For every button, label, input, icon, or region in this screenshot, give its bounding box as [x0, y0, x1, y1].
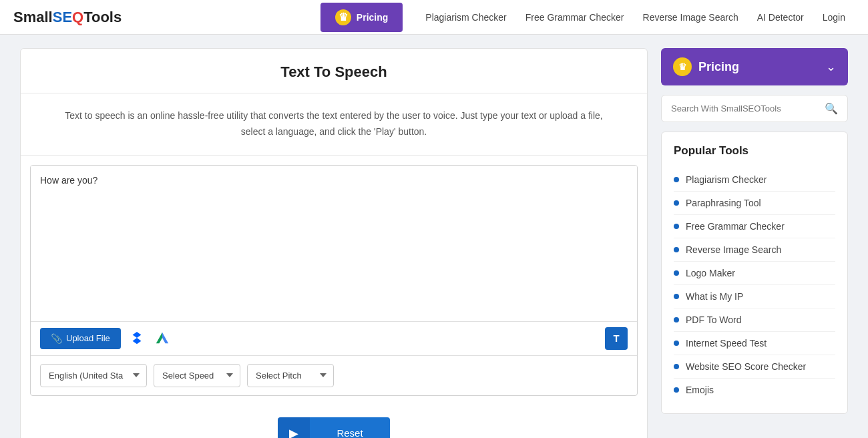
tool-item-free-grammar-checker[interactable]: Free Grammar Checker	[674, 215, 835, 238]
tool-dot-icon	[674, 294, 679, 299]
upload-file-button[interactable]: 📎 Upload File	[40, 328, 121, 349]
tool-dot-icon	[674, 224, 679, 229]
header-nav: ♛ Pricing Plagiarism Checker Free Gramma…	[320, 3, 855, 32]
tool-dot-icon	[674, 200, 679, 206]
search-box: 🔍	[661, 95, 848, 122]
tool-label: Plagiarism Checker	[686, 174, 767, 185]
pricing-panel-title: ♛ Pricing	[673, 57, 739, 76]
crown-icon: ♛	[335, 9, 351, 25]
tool-dot-icon	[674, 317, 679, 322]
logo-seo-text: SE	[53, 9, 72, 26]
dropbox-icon[interactable]	[128, 329, 146, 348]
logo-tools-text: Tools	[83, 9, 122, 26]
controls-bar: English (United Sta Select Speed Select …	[31, 355, 637, 395]
tool-item-logo-maker[interactable]: Logo Maker	[674, 262, 835, 285]
paperclip-icon: 📎	[51, 333, 62, 344]
tool-label: PDF To Word	[686, 314, 742, 325]
svg-marker-1	[156, 332, 162, 343]
svg-marker-0	[132, 332, 141, 344]
action-buttons: ▶ Reset	[21, 405, 647, 438]
sidebar-pricing-title: Pricing	[698, 60, 739, 74]
sidebar: ♛ Pricing ⌄ 🔍 Popular Tools Plagiarism C…	[661, 48, 848, 438]
tool-dot-icon	[674, 247, 679, 252]
sidebar-crown-icon: ♛	[673, 57, 692, 76]
tool-label: Free Grammar Checker	[686, 221, 785, 232]
tool-dot-icon	[674, 387, 679, 393]
tool-item-reverse-image-search[interactable]: Reverse Image Search	[674, 238, 835, 262]
description-area: Text to speech is an online hassle-free …	[21, 93, 647, 156]
language-select[interactable]: English (United Sta	[40, 364, 147, 387]
page-title-bar: Text To Speech	[21, 49, 647, 93]
tool-dot-icon	[674, 364, 679, 369]
pricing-button[interactable]: ♛ Pricing	[320, 3, 403, 32]
pricing-btn-label: Pricing	[357, 12, 388, 23]
logo-q-text: Q	[72, 9, 83, 26]
tool-label: What is My IP	[686, 291, 743, 302]
nav-reverse-image-search[interactable]: Reverse Image Search	[634, 12, 748, 23]
tools-list: Plagiarism CheckerParaphrasing ToolFree …	[674, 168, 835, 401]
play-icon: ▶	[289, 426, 298, 438]
tool-label: Reverse Image Search	[686, 244, 781, 255]
popular-tools-panel: Popular Tools Plagiarism CheckerParaphra…	[661, 132, 848, 414]
tool-dot-icon	[674, 341, 679, 346]
play-button[interactable]: ▶	[278, 417, 310, 438]
tool-item-paraphrasing-tool[interactable]: Paraphrasing Tool	[674, 192, 835, 215]
nav-plagiarism-checker[interactable]: Plagiarism Checker	[416, 12, 515, 23]
content-area: Text To Speech Text to speech is an onli…	[20, 48, 648, 438]
nav-free-grammar-checker[interactable]: Free Grammar Checker	[516, 12, 634, 23]
tool-label: Internet Speed Test	[686, 338, 767, 349]
tool-dot-icon	[674, 177, 679, 182]
search-icon: 🔍	[825, 102, 838, 115]
tool-item-emojis[interactable]: Emojis	[674, 379, 835, 401]
pricing-panel-header: ♛ Pricing ⌄	[661, 48, 848, 85]
search-input[interactable]	[671, 103, 819, 114]
chevron-down-icon[interactable]: ⌄	[826, 59, 836, 74]
reset-button[interactable]: Reset	[310, 417, 389, 438]
tool-item-internet-speed-test[interactable]: Internet Speed Test	[674, 332, 835, 355]
tool-label: Paraphrasing Tool	[686, 198, 761, 208]
page-title: Text To Speech	[34, 63, 634, 81]
tool-item-pdf-to-word[interactable]: PDF To Word	[674, 308, 835, 332]
tool-dot-icon	[674, 270, 679, 276]
svg-marker-2	[162, 332, 168, 343]
tool-label: Logo Maker	[686, 268, 735, 278]
tool-label: Emojis	[686, 385, 714, 395]
description-text: Text to speech is an online hassle-free …	[61, 108, 607, 140]
logo-small-text: Small	[13, 9, 53, 26]
main-layout: Text To Speech Text to speech is an onli…	[7, 35, 861, 438]
char-counter-icon: T	[613, 333, 619, 344]
text-input[interactable]: How are you?	[31, 166, 637, 319]
tool-item-plagiarism-checker[interactable]: Plagiarism Checker	[674, 168, 835, 192]
upload-btn-label: Upload File	[66, 333, 110, 343]
nav-login[interactable]: Login	[813, 12, 855, 23]
nav-ai-detector[interactable]: AI Detector	[748, 12, 813, 23]
pricing-panel: ♛ Pricing ⌄	[661, 48, 848, 85]
tool-item-website-seo-score-checker[interactable]: Website SEO Score Checker	[674, 355, 835, 379]
tool-item-what-is-my-ip[interactable]: What is My IP	[674, 285, 835, 308]
textarea-wrapper: How are you? 📎 Upload File	[30, 165, 638, 396]
pitch-select[interactable]: Select Pitch	[247, 364, 334, 387]
toolbar: 📎 Upload File T	[31, 321, 637, 355]
header: SmallSEQTools ♛ Pricing Plagiarism Check…	[0, 0, 868, 35]
logo[interactable]: SmallSEQTools	[13, 9, 122, 26]
char-counter-button[interactable]: T	[605, 327, 628, 350]
speed-select[interactable]: Select Speed	[154, 364, 240, 387]
tool-label: Website SEO Score Checker	[686, 361, 806, 372]
gdrive-icon[interactable]	[153, 329, 172, 348]
popular-tools-title: Popular Tools	[674, 144, 835, 158]
